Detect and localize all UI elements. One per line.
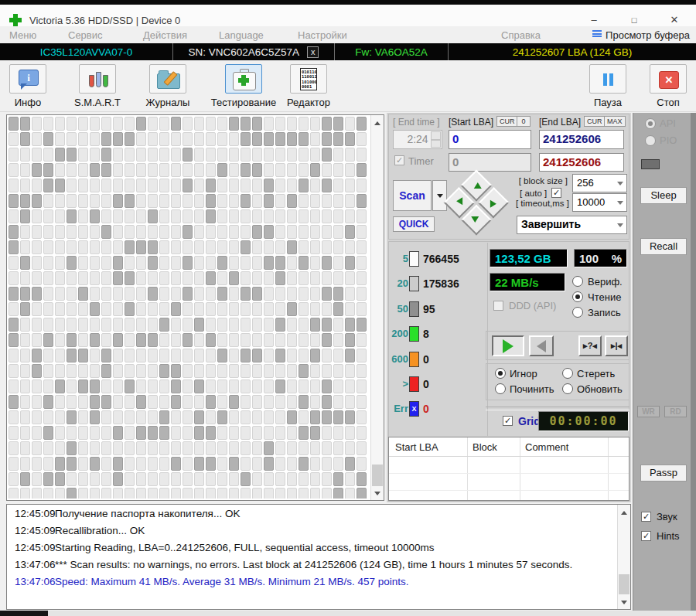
scroll-down-icon[interactable] (371, 487, 384, 500)
scan-block (287, 117, 297, 131)
timer-checkbox[interactable] (394, 155, 404, 165)
scan-block (287, 194, 297, 208)
menu-item-4[interactable]: Настройки (298, 29, 347, 41)
spinner-arrows-icon[interactable] (431, 131, 441, 148)
menu-item-1[interactable]: Сервис (68, 29, 103, 41)
scan-block (217, 441, 227, 455)
scan-block (67, 148, 77, 162)
seek-end-button[interactable]: ▸|◂ (605, 335, 628, 356)
scan-block (136, 379, 146, 393)
toolbar-button-info[interactable]: iИнфо (5, 64, 51, 108)
scan-block (43, 472, 53, 486)
sleep-button[interactable]: Sleep (640, 187, 687, 204)
log-scrollbar[interactable] (617, 505, 630, 609)
start-lba-cur-button[interactable]: CUR (496, 116, 518, 127)
scan-block (125, 240, 135, 254)
pio-radio[interactable] (645, 135, 656, 146)
scan-block (241, 349, 251, 362)
wr-button[interactable]: WR (637, 406, 660, 417)
buffer-view-button[interactable]: Просмотр буфера (592, 29, 690, 41)
scan-block (299, 287, 309, 301)
scan-dropdown-button[interactable] (432, 180, 447, 211)
scan-block (357, 410, 367, 424)
scan-block (229, 163, 239, 177)
auto-checkbox[interactable] (551, 188, 561, 198)
action-radio-erase[interactable] (562, 368, 573, 379)
legend-label-5: > (388, 378, 408, 390)
toolbar-button-pause[interactable]: Пауза (585, 64, 631, 108)
scan-block (299, 148, 309, 162)
passp-button[interactable]: Passp (640, 465, 687, 482)
mode-radio-verify[interactable] (572, 276, 583, 287)
scan-block (241, 179, 251, 192)
action-radio-refresh[interactable] (562, 383, 573, 394)
scan-block (275, 256, 285, 270)
menu-item-0[interactable]: Меню (9, 29, 36, 41)
mode-radio-read[interactable] (572, 291, 583, 302)
scan-block (194, 179, 204, 192)
on-end-action-select[interactable]: Завершить (517, 216, 627, 234)
scan-block (43, 132, 53, 146)
scan-block (101, 395, 111, 409)
block-map-scrollbar[interactable] (370, 115, 384, 500)
scan-block (206, 271, 216, 285)
log-panel[interactable]: 12:45:09Получение паспорта накопителя...… (6, 504, 631, 610)
quick-button[interactable]: QUICK (393, 216, 435, 232)
end-lba-input[interactable]: 241252606 (539, 130, 624, 149)
api-radio[interactable] (645, 118, 656, 129)
action-radio-repair[interactable] (495, 383, 506, 394)
end-lba-max-button[interactable]: MAX (604, 116, 626, 127)
toolbar-button-smart[interactable]: S.M.A.R.T (65, 64, 130, 108)
action-radio-ignore[interactable] (495, 368, 506, 379)
scan-block (9, 117, 19, 131)
scroll-up-icon[interactable] (371, 115, 384, 128)
toolbar-button-journals[interactable]: Журналы (139, 64, 196, 108)
end-lba-cur-button[interactable]: CUR (584, 116, 606, 127)
mode-radio-write[interactable] (572, 307, 583, 318)
rd-button[interactable]: RD (664, 406, 687, 417)
scrollbar-thumb[interactable] (619, 574, 629, 594)
start-lba-input[interactable]: 0 (449, 130, 531, 149)
scan-block (252, 488, 262, 499)
scan-block (275, 410, 285, 424)
menu-item-help[interactable]: Справка (501, 29, 541, 41)
scan-block (159, 302, 169, 316)
scan-block (159, 132, 169, 146)
end-time-spinner[interactable]: 2:24 (393, 130, 442, 149)
step-back-button[interactable] (529, 335, 554, 356)
scan-block (357, 117, 367, 131)
start-lba-zero-button[interactable]: 0 (517, 116, 531, 127)
start-button[interactable] (492, 335, 524, 356)
menu-item-3[interactable]: Language (219, 29, 264, 41)
scan-block (310, 132, 320, 146)
menu-item-2[interactable]: Действия (143, 29, 187, 41)
scan-block (241, 441, 251, 455)
timeout-select[interactable]: 10000 (572, 193, 627, 212)
toolbar-button-editor[interactable]: 010110 110011 101000 0001Редактор (283, 64, 334, 108)
toolbar-button-stop[interactable]: ✕Стоп (647, 64, 690, 108)
scroll-up-icon[interactable] (618, 505, 630, 518)
grid-checkbox[interactable] (503, 416, 513, 426)
sound-checkbox[interactable] (641, 512, 651, 522)
scan-block (136, 287, 146, 301)
ddd-api-checkbox[interactable] (493, 301, 503, 311)
scan-block (287, 302, 297, 316)
seek-defect-button[interactable]: ▸?◂ (578, 335, 602, 356)
scrollbar-thumb[interactable] (372, 465, 383, 486)
hints-checkbox[interactable] (641, 531, 651, 541)
scan-button[interactable]: Scan (393, 180, 432, 211)
serial-close-button[interactable]: x (307, 46, 319, 58)
scan-block (299, 132, 309, 146)
scan-block (55, 364, 65, 378)
scan-block (217, 488, 227, 499)
defect-table[interactable]: Start LBABlockComment (388, 437, 629, 501)
block-size-select[interactable]: 256 (572, 174, 627, 192)
scan-block (125, 364, 135, 378)
recall-button[interactable]: Recall (640, 238, 687, 255)
toolbar-button-testing[interactable]: Тестирование (203, 64, 285, 108)
speed-display: 22 MB/s (490, 273, 565, 291)
scan-block (322, 132, 332, 146)
scroll-down-icon[interactable] (618, 596, 630, 609)
scan-block (171, 410, 181, 424)
scan-block (241, 271, 251, 285)
